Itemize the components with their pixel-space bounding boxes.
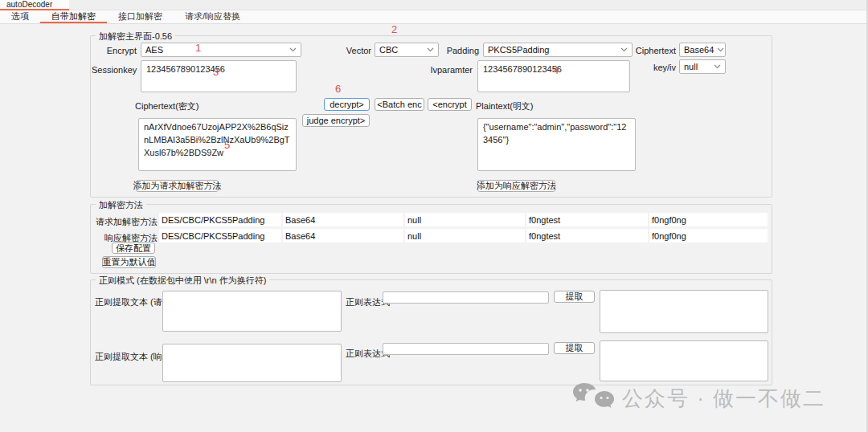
watermark-text: 公众号 · 做一不做二 (622, 385, 825, 413)
regex-response-result-textarea[interactable] (600, 340, 768, 381)
vector-select[interactable]: CBC (375, 43, 439, 57)
vector-select-value: CBC (379, 45, 398, 55)
ciphertext-encoding-label: Ciphertext (632, 46, 676, 55)
response-iv-cell[interactable]: f0ngf0ng (649, 229, 768, 242)
request-iv-cell[interactable]: f0ngf0ng (649, 213, 768, 226)
padding-select[interactable]: PKCS5Padding (483, 43, 633, 57)
keyiv-select-value: null (684, 62, 698, 71)
regex-request-result-textarea[interactable] (600, 290, 768, 333)
plaintext-caption: Plaintext(明文) (476, 100, 534, 112)
regex-request-extract-button[interactable]: 提取 (554, 291, 595, 303)
tab-request-response-replace[interactable]: 请求/响应替换 (174, 10, 252, 23)
annotation-3: 3 (213, 66, 219, 78)
chevron-down-icon (717, 47, 724, 52)
tab-api-crypto[interactable]: 接口加解密 (107, 10, 174, 23)
regex-request-expression-input[interactable] (383, 291, 549, 304)
crypto-methods-panel-title: 加解密方法 (96, 199, 146, 211)
response-key-cell[interactable]: f0ngtest (526, 229, 648, 242)
chevron-down-icon (427, 47, 434, 52)
add-request-method-button[interactable]: 添加为请求加解密方法 (136, 180, 219, 192)
plaintext-textarea[interactable]: {"username":"admin","password":"123456"} (477, 118, 636, 171)
ciphertext-textarea[interactable]: nArXfVdnoe67UzojAPP2X%2B6qSiznLMBAI3a5Bi… (138, 118, 297, 171)
crypto-main-panel-title: 加解密主界面-0.56 (96, 31, 175, 43)
padding-label: Padding (438, 46, 479, 55)
annotation-4: 4 (553, 64, 559, 76)
tab-autodecoder[interactable]: autoDecoder (0, 0, 69, 10)
add-response-method-button[interactable]: 添加为响应解密方法 (477, 180, 555, 192)
regex-request-textarea[interactable] (162, 291, 342, 332)
annotation-1: 1 (195, 42, 201, 54)
annotation-6: 6 (335, 83, 341, 95)
window-title-bar: autoDecoder (0, 0, 868, 10)
encrypt-label: Encrypt (96, 46, 137, 55)
regex-response-textarea[interactable] (162, 344, 342, 382)
encrypt-button[interactable]: <encrypt (428, 98, 472, 111)
regex-response-expression-input[interactable] (383, 343, 549, 355)
app-title: autoDecoder (6, 0, 52, 9)
response-encoding-cell[interactable]: Base64 (283, 229, 403, 242)
request-method-row-label: 请求加解密方法 (88, 216, 158, 228)
tab-bar: 选项 自带加解密 接口加解密 请求/响应替换 (0, 10, 868, 24)
ivparamter-label: Ivparamter (428, 65, 473, 75)
annotation-2: 2 (391, 23, 397, 35)
autodecoder-window: autoDecoder 选项 自带加解密 接口加解密 请求/响应替换 加解密主界… (0, 0, 868, 432)
tab-options[interactable]: 选项 (0, 10, 40, 23)
ciphertext-encoding-value: Base64 (684, 45, 714, 55)
padding-select-value: PKCS5Padding (488, 45, 549, 55)
annotation-5: 5 (224, 139, 230, 151)
chevron-down-icon (289, 47, 297, 52)
request-method-cell[interactable]: DES/CBC/PKCS5Padding (159, 213, 281, 226)
request-encoding-cell[interactable]: Base64 (283, 213, 403, 226)
sessionkey-label: Sessionkey (92, 65, 137, 75)
regex-response-extract-button[interactable]: 提取 (554, 342, 595, 354)
encrypt-select[interactable]: AES (141, 43, 301, 57)
decrypt-button[interactable]: decrypt> (324, 98, 370, 111)
tab-builtin-crypto[interactable]: 自带加解密 (40, 10, 107, 23)
encrypt-select-value: AES (145, 45, 163, 55)
response-keyiv-cell[interactable]: null (405, 229, 525, 242)
wechat-icon (572, 382, 614, 414)
keyiv-select[interactable]: null (679, 59, 726, 74)
chevron-down-icon (714, 64, 721, 69)
regex-mode-panel-title: 正则模式 (在数据包中使用 \r\n 作为换行符) (96, 275, 269, 287)
response-method-cell[interactable]: DES/CBC/PKCS5Padding (159, 229, 281, 242)
ciphertext-encoding-select[interactable]: Base64 (679, 43, 726, 57)
keyiv-label: key/iv (643, 63, 676, 72)
ciphertext-caption: Ciphertext(密文) (135, 100, 199, 112)
save-config-button[interactable]: 保存配置 (112, 242, 155, 254)
chevron-down-icon (620, 47, 628, 52)
judge-encrypt-button[interactable]: judge encrypt> (302, 114, 370, 127)
batch-enc-button[interactable]: <Batch enc (375, 98, 424, 111)
request-keyiv-cell[interactable]: null (405, 213, 525, 226)
watermark: 公众号 · 做一不做二 (572, 382, 825, 414)
request-key-cell[interactable]: f0ngtest (526, 213, 648, 226)
reset-defaults-button[interactable]: 重置为默认值 (102, 256, 156, 268)
vector-label: Vector (338, 46, 371, 55)
